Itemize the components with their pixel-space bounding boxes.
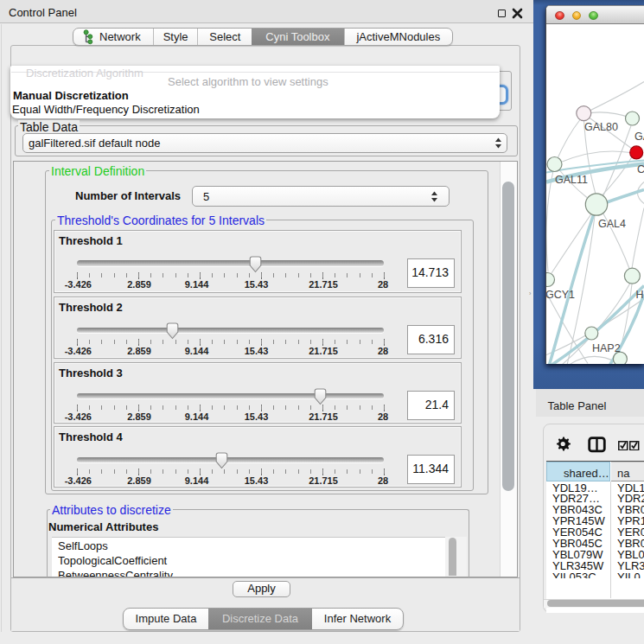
svg-text:C: C xyxy=(637,163,644,175)
svg-text:HAP2: HAP2 xyxy=(592,342,621,354)
svg-text:GCY1: GCY1 xyxy=(546,289,575,301)
svg-text:GAL: GAL xyxy=(634,130,644,142)
svg-text:GAL11: GAL11 xyxy=(555,173,588,185)
svg-text:H: H xyxy=(636,289,644,301)
svg-text:GAL4: GAL4 xyxy=(598,218,626,230)
svg-text:GAL80: GAL80 xyxy=(584,121,618,133)
